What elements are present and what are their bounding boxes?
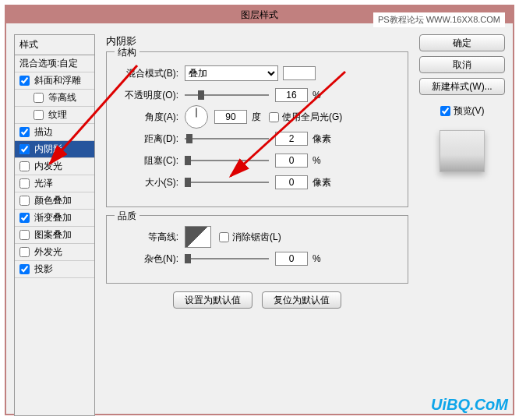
style-item-label: 描边 (34, 125, 53, 139)
blend-mode-select[interactable]: 叠加 (185, 65, 278, 81)
style-item-checkbox[interactable] (19, 213, 30, 223)
choke-label: 阻塞(C): (116, 154, 185, 168)
opacity-unit: % (312, 90, 321, 101)
angle-dial[interactable] (185, 105, 208, 129)
noise-input[interactable]: 0 (275, 252, 308, 266)
style-item-checkbox[interactable] (19, 247, 30, 257)
style-item-label: 光泽 (34, 177, 53, 190)
style-item-4[interactable]: 内阴影 (15, 141, 94, 158)
opacity-input[interactable]: 16 (275, 88, 308, 102)
noise-slider[interactable] (185, 252, 269, 265)
window-title: 图层样式 (241, 9, 278, 22)
style-item-1[interactable]: 等高线 (15, 90, 94, 107)
style-item-label: 内发光 (34, 160, 62, 173)
contour-picker[interactable] (185, 226, 211, 248)
antialias-checkbox[interactable] (219, 232, 229, 242)
new-style-button[interactable]: 新建样式(W)... (419, 78, 505, 95)
style-item-2[interactable]: 纹理 (15, 107, 94, 124)
style-item-checkbox[interactable] (19, 161, 30, 171)
section-title: 内阴影 (106, 34, 408, 48)
make-default-button[interactable]: 设置为默认值 (173, 291, 252, 309)
distance-slider[interactable] (185, 132, 269, 145)
style-item-checkbox[interactable] (19, 144, 30, 154)
style-item-label: 斜面和浮雕 (34, 74, 81, 87)
size-unit: 像素 (312, 176, 331, 189)
quality-legend: 品质 (115, 210, 139, 223)
global-light-label: 使用全局光(G) (282, 111, 342, 124)
cancel-button[interactable]: 取消 (419, 56, 505, 73)
color-swatch[interactable] (283, 66, 316, 80)
reset-default-button[interactable]: 复位为默认值 (262, 291, 341, 309)
opacity-slider[interactable] (185, 89, 269, 101)
choke-unit: % (312, 155, 321, 166)
style-item-label: 颜色叠加 (34, 194, 72, 207)
structure-fieldset: 结构 混合模式(B): 叠加 不透明度(O): 16 % 角度(A): 90 (106, 51, 408, 207)
style-item-checkbox[interactable] (34, 110, 44, 120)
style-item-label: 投影 (34, 263, 53, 276)
ok-button[interactable]: 确定 (419, 34, 505, 51)
opacity-label: 不透明度(O): (116, 89, 185, 102)
style-item-label: 图案叠加 (34, 228, 72, 242)
choke-input[interactable]: 0 (275, 154, 308, 168)
style-item-7[interactable]: 颜色叠加 (15, 192, 94, 210)
preview-thumbnail (440, 130, 485, 172)
style-item-0[interactable]: 斜面和浮雕 (15, 72, 94, 90)
style-item-3[interactable]: 描边 (15, 124, 94, 141)
noise-unit: % (312, 253, 321, 264)
style-item-11[interactable]: 投影 (15, 261, 94, 278)
angle-unit: 度 (252, 111, 261, 124)
style-item-9[interactable]: 图案叠加 (15, 227, 94, 244)
watermark-top: PS教程论坛 WWW.16XX8.COM (373, 12, 505, 27)
style-item-label: 外发光 (34, 245, 62, 259)
angle-input[interactable]: 90 (214, 110, 247, 124)
quality-fieldset: 品质 等高线: 消除锯齿(L) 杂色(N): 0 % (106, 215, 408, 284)
noise-label: 杂色(N): (116, 252, 185, 266)
choke-slider[interactable] (185, 154, 269, 167)
style-item-10[interactable]: 外发光 (15, 244, 94, 261)
style-item-checkbox[interactable] (34, 93, 44, 103)
style-item-checkbox[interactable] (19, 178, 30, 189)
style-item-5[interactable]: 内发光 (15, 158, 94, 175)
style-item-label: 等高线 (48, 91, 76, 104)
size-slider[interactable] (185, 176, 269, 189)
style-item-checkbox[interactable] (19, 196, 30, 206)
antialias-label: 消除锯齿(L) (232, 231, 281, 244)
styles-header: 样式 (15, 35, 94, 55)
style-item-label: 纹理 (48, 108, 67, 122)
distance-input[interactable]: 2 (275, 132, 308, 146)
structure-legend: 结构 (115, 46, 139, 59)
center-panel: 内阴影 结构 混合模式(B): 叠加 不透明度(O): 16 % 角度(A): (106, 34, 408, 309)
contour-label: 等高线: (116, 231, 185, 244)
styles-list: 样式 混合选项:自定 斜面和浮雕等高线纹理描边内阴影内发光光泽颜色叠加渐变叠加图… (14, 34, 95, 416)
blend-mode-label: 混合模式(B): (116, 67, 185, 80)
distance-label: 距离(D): (116, 132, 185, 146)
blending-options[interactable]: 混合选项:自定 (15, 55, 94, 72)
style-item-checkbox[interactable] (19, 127, 30, 137)
style-item-checkbox[interactable] (19, 264, 30, 274)
size-input[interactable]: 0 (275, 175, 308, 189)
style-item-label: 内阴影 (34, 143, 62, 156)
style-item-checkbox[interactable] (19, 76, 30, 86)
style-item-checkbox[interactable] (19, 230, 30, 240)
preview-checkbox[interactable] (440, 106, 450, 116)
global-light-checkbox[interactable] (269, 112, 279, 122)
angle-label: 角度(A): (116, 111, 185, 124)
style-item-6[interactable]: 光泽 (15, 175, 94, 192)
right-panel: 确定 取消 新建样式(W)... 预览(V) (419, 34, 505, 172)
style-item-8[interactable]: 渐变叠加 (15, 210, 94, 227)
distance-unit: 像素 (312, 132, 331, 146)
style-item-label: 渐变叠加 (34, 211, 72, 224)
preview-label: 预览(V) (454, 104, 485, 118)
watermark-bottom: UiBQ.CoM (431, 396, 508, 414)
size-label: 大小(S): (116, 176, 185, 189)
